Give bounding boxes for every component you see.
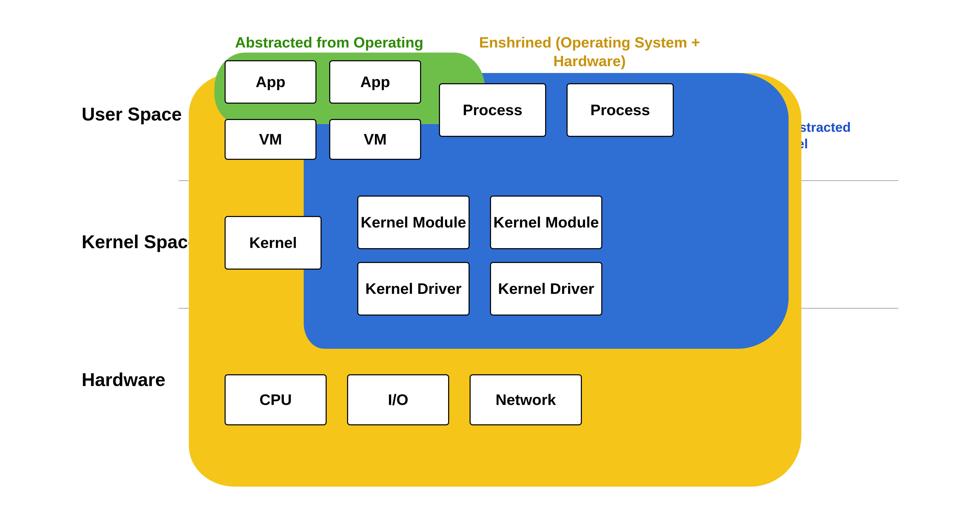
box-app1: App xyxy=(224,60,317,104)
box-app2: App xyxy=(329,60,421,104)
box-io: I/O xyxy=(347,374,449,425)
box-kernel-module2: Kernel Module xyxy=(490,196,602,249)
box-kernel: Kernel xyxy=(224,216,321,269)
box-vm2: VM xyxy=(329,119,421,160)
annotation-yellow: Enshrined (Operating System + Hardware) xyxy=(475,33,704,70)
box-kernel-driver2: Kernel Driver xyxy=(490,262,602,315)
label-hardware: Hardware xyxy=(82,369,165,390)
box-process1: Process xyxy=(439,83,546,137)
box-kernel-driver1: Kernel Driver xyxy=(357,262,469,315)
label-user-space: User Space xyxy=(82,104,182,124)
diagram-container: User Space Kernel Space Hardware Abstrac… xyxy=(82,22,898,507)
label-kernel-space: Kernel Space xyxy=(82,231,198,252)
box-kernel-module1: Kernel Module xyxy=(357,196,469,249)
box-cpu: CPU xyxy=(224,374,327,425)
box-vm1: VM xyxy=(224,119,317,160)
box-network: Network xyxy=(469,374,582,425)
box-process2: Process xyxy=(566,83,674,137)
